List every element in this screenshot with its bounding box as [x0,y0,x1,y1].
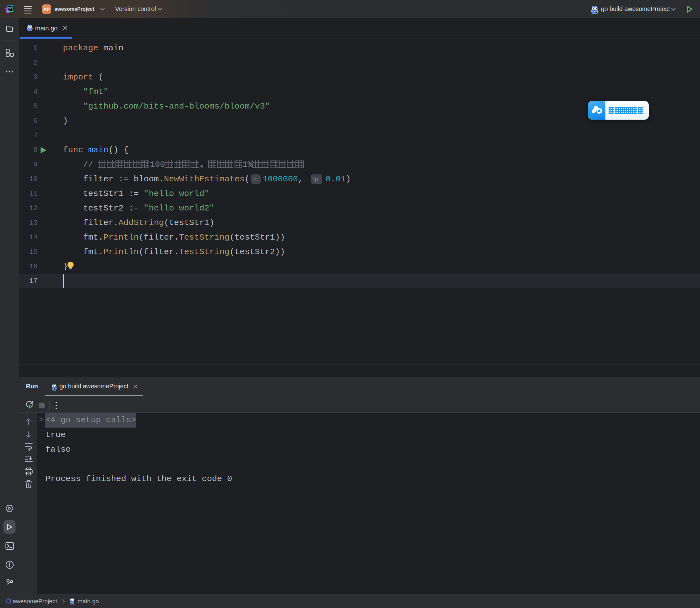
svg-text:GO: GO [8,6,12,9]
